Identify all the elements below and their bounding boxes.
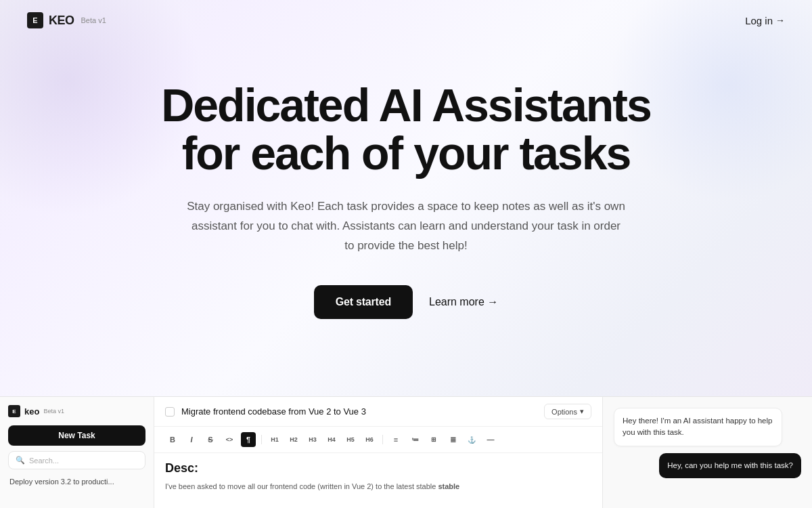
mockup-sidebar: E keo Beta v1 New Task 🔍 Search... Deplo… bbox=[0, 396, 154, 508]
logo-icon: E bbox=[27, 12, 43, 28]
toolbar-paragraph-button[interactable]: ¶ bbox=[241, 432, 256, 447]
mockup-toolbar: B I S <> ¶ H1 H2 H3 H4 H5 H6 ≡ ≔ ⊞ ≣ ⚓ — bbox=[154, 427, 602, 453]
mockup-task-checkbox[interactable] bbox=[165, 407, 175, 417]
logo-text: KEO bbox=[49, 14, 74, 28]
login-label: Log in bbox=[745, 15, 773, 26]
hero-title-line1: Dedicated AI Assistants bbox=[161, 79, 651, 131]
mockup-desc-label: Desc: bbox=[165, 461, 591, 475]
logo-area: E KEO Beta v1 bbox=[27, 12, 106, 28]
app-mockup: E keo Beta v1 New Task 🔍 Search... Deplo… bbox=[0, 396, 812, 508]
toolbar-h1-button[interactable]: H1 bbox=[267, 432, 282, 447]
toolbar-h2-button[interactable]: H2 bbox=[286, 432, 301, 447]
beta-badge: Beta v1 bbox=[81, 16, 106, 24]
toolbar-table-button[interactable]: ≣ bbox=[445, 432, 460, 447]
mockup-search-placeholder: Search... bbox=[29, 457, 59, 465]
hero-title-line2: for each of your tasks bbox=[182, 127, 631, 179]
toolbar-h3-button[interactable]: H3 bbox=[305, 432, 320, 447]
toolbar-divider-1 bbox=[261, 435, 262, 444]
hero-title: Dedicated AI Assistants for each of your… bbox=[161, 81, 651, 178]
toolbar-italic-button[interactable]: I bbox=[184, 432, 199, 447]
toolbar-bullet-list-button[interactable]: ≡ bbox=[388, 432, 403, 447]
mockup-logo-text: keo bbox=[24, 406, 39, 417]
hero-subtitle: Stay organised with Keo! Each task provi… bbox=[186, 197, 626, 256]
mockup-chat-panel: Hey there! I'm an AI assistant happy to … bbox=[602, 396, 812, 508]
mockup-options-button[interactable]: Options ▾ bbox=[544, 404, 591, 419]
mockup-editor-text: I've been asked to move all our frontend… bbox=[165, 481, 591, 493]
mockup-task-item[interactable]: Deploy version 3.2 to producti... bbox=[8, 475, 145, 488]
editor-content-prefix: I've been asked to move all our frontend… bbox=[165, 482, 436, 490]
navbar: E KEO Beta v1 Log in → bbox=[0, 0, 812, 41]
mockup-title-row: Migrate frontend codebase from Vue 2 to … bbox=[165, 406, 366, 417]
mockup-logo-row: E keo Beta v1 bbox=[8, 405, 145, 417]
mockup-main: Migrate frontend codebase from Vue 2 to … bbox=[154, 396, 602, 508]
hero-buttons: Get started Learn more → bbox=[314, 285, 499, 319]
mockup-logo-icon: E bbox=[8, 405, 20, 417]
toolbar-blockquote-button[interactable]: ⊞ bbox=[426, 432, 441, 447]
mockup-options-label: Options bbox=[551, 408, 577, 416]
mockup-beta-badge: Beta v1 bbox=[43, 408, 64, 415]
toolbar-divider-2 bbox=[382, 435, 383, 444]
toolbar-link-button[interactable]: ⚓ bbox=[464, 432, 479, 447]
hero-section: E KEO Beta v1 Log in → Dedicated AI Assi… bbox=[0, 0, 812, 400]
toolbar-bold-button[interactable]: B bbox=[165, 432, 180, 447]
mockup-editor-body[interactable]: Desc: I've been asked to move all our fr… bbox=[154, 453, 602, 508]
mockup-assistant-bubble: Hey there! I'm an AI assistant happy to … bbox=[614, 408, 782, 446]
toolbar-h4-button[interactable]: H4 bbox=[324, 432, 339, 447]
hero-content: Dedicated AI Assistants for each of your… bbox=[134, 41, 678, 319]
toolbar-h5-button[interactable]: H5 bbox=[343, 432, 358, 447]
editor-content-bold: stable bbox=[438, 482, 459, 490]
mockup-search-box[interactable]: 🔍 Search... bbox=[8, 451, 145, 469]
login-link[interactable]: Log in → bbox=[745, 15, 785, 26]
toolbar-ordered-list-button[interactable]: ≔ bbox=[407, 432, 422, 447]
mockup-user-bubble: Hey, can you help me with this task? bbox=[659, 453, 801, 478]
learn-more-button[interactable]: Learn more → bbox=[429, 296, 498, 308]
mockup-search-icon: 🔍 bbox=[16, 456, 25, 465]
toolbar-h6-button[interactable]: H6 bbox=[362, 432, 377, 447]
mockup-task-title: Migrate frontend codebase from Vue 2 to … bbox=[181, 406, 366, 417]
toolbar-hr-button[interactable]: — bbox=[483, 432, 498, 447]
get-started-button[interactable]: Get started bbox=[314, 285, 413, 319]
toolbar-strikethrough-button[interactable]: S bbox=[203, 432, 218, 447]
mockup-new-task-button[interactable]: New Task bbox=[8, 425, 145, 446]
mockup-options-arrow-icon: ▾ bbox=[580, 407, 584, 416]
toolbar-code-button[interactable]: <> bbox=[222, 432, 237, 447]
login-arrow-icon: → bbox=[775, 15, 785, 26]
mockup-editor-header: Migrate frontend codebase from Vue 2 to … bbox=[154, 397, 602, 427]
